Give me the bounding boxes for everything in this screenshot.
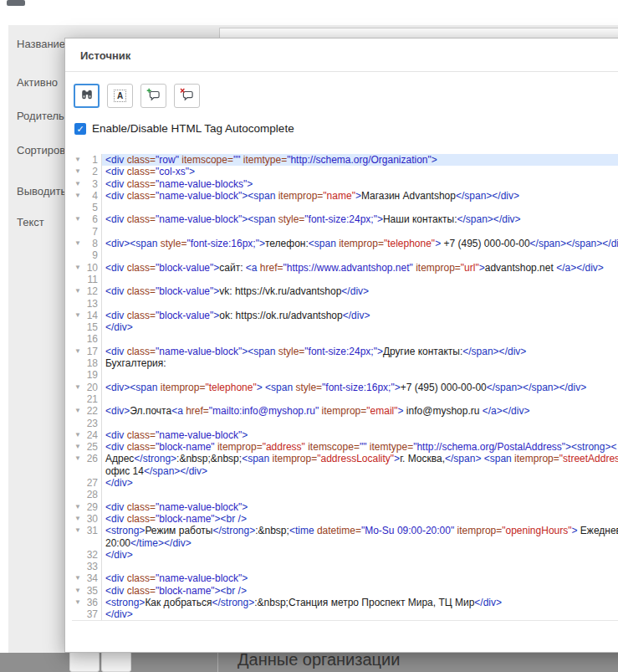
fold-arrow-icon[interactable]: ▼ xyxy=(72,501,84,513)
fold-arrow-icon[interactable]: ▼ xyxy=(72,572,84,584)
source-toolbar: A xyxy=(74,84,618,108)
form-label-name: Название xyxy=(17,38,65,50)
fold-gutter xyxy=(72,537,84,549)
source-dialog: Источник A xyxy=(64,38,618,653)
code-row[interactable]: ▼29<div class="name-value-block"> xyxy=(72,501,618,513)
code-row[interactable]: ▼35<div class="block-name"><br /> xyxy=(72,585,618,597)
fold-gutter xyxy=(72,369,84,381)
code-row[interactable]: офис 14</span></div> xyxy=(72,465,618,477)
code-row[interactable]: ▼26Адрес</strong>:&nbsp;&nbsp;<span item… xyxy=(72,453,618,464)
fold-gutter xyxy=(72,477,84,489)
code-token: </a></div> xyxy=(556,262,604,274)
code-line xyxy=(102,226,618,238)
code-token: </div> xyxy=(105,549,133,561)
code-row[interactable]: ▼4<div class="name-value-block"><span it… xyxy=(72,190,618,202)
code-row[interactable]: ▼14<div class="block-value">ok: https://… xyxy=(72,310,618,321)
code-row[interactable]: 19 xyxy=(72,369,618,381)
code-line: <div class="block-value">ok: https://ok.… xyxy=(102,310,618,321)
code-token: itemprop= xyxy=(161,382,206,393)
code-line: Бухгалтерия: xyxy=(102,357,618,369)
fold-arrow-icon[interactable]: ▼ xyxy=(72,525,84,536)
code-line: </div> xyxy=(102,549,618,561)
fold-arrow-icon[interactable]: ▼ xyxy=(72,154,84,166)
code-row[interactable]: 13 xyxy=(72,298,618,310)
code-row[interactable]: ▼25<div class="block-name" itemprop="add… xyxy=(72,441,618,453)
code-row[interactable]: 28 xyxy=(72,489,618,500)
code-token: itemtype= xyxy=(370,441,413,453)
autocomplete-checkbox[interactable]: ✓ xyxy=(74,123,86,135)
code-token: "http://schema.org/Organization" xyxy=(287,154,432,166)
code-row[interactable]: ▼10<div class="block-value">сайт: <a hre… xyxy=(72,262,618,274)
code-row[interactable]: 9 xyxy=(72,249,618,261)
code-row[interactable]: 16 xyxy=(72,333,618,345)
code-token: </div> xyxy=(105,321,133,333)
fold-arrow-icon[interactable]: ▼ xyxy=(72,262,84,274)
code-row[interactable]: ▼36<strong>Как добраться</strong>:&nbsp;… xyxy=(72,597,618,608)
code-row[interactable]: ▼34<div class="name-value-block"> xyxy=(72,572,618,584)
code-row[interactable]: ▼1<div class="row" itemscope="" itemtype… xyxy=(72,154,618,166)
fold-arrow-icon[interactable]: ▼ xyxy=(72,238,84,249)
code-row[interactable]: 18Бухгалтерия: xyxy=(72,357,618,369)
fold-arrow-icon[interactable]: ▼ xyxy=(72,310,84,321)
code-row[interactable]: 23 xyxy=(72,418,618,429)
code-editor[interactable]: ▼1<div class="row" itemscope="" itemtype… xyxy=(72,154,618,621)
code-row[interactable]: 37</div> xyxy=(72,608,618,620)
code-row[interactable]: ▼22<div>Эл.почта<a href="mailto:info@mys… xyxy=(72,405,618,417)
line-number: 8 xyxy=(84,238,102,249)
code-row[interactable]: 11 xyxy=(72,274,618,285)
background-toolbar-button[interactable] xyxy=(101,651,131,672)
code-row[interactable]: ▼6<div class="name-value-block"><span st… xyxy=(72,213,618,225)
code-token: "name" xyxy=(323,190,355,202)
fold-arrow-icon[interactable]: ▼ xyxy=(72,213,84,225)
code-line: </div> xyxy=(102,321,618,333)
code-token: "name-value-block" xyxy=(156,429,242,441)
fold-arrow-icon[interactable]: ▼ xyxy=(72,585,84,597)
code-token: itemscope= xyxy=(181,154,233,166)
search-button[interactable] xyxy=(74,84,100,108)
fold-arrow-icon[interactable]: ▼ xyxy=(72,405,84,417)
code-row[interactable]: ▼24<div class="name-value-block"> xyxy=(72,429,618,441)
fold-arrow-icon[interactable]: ▼ xyxy=(72,382,84,393)
code-row[interactable]: 7 xyxy=(72,226,618,238)
fold-arrow-icon[interactable]: ▼ xyxy=(72,513,84,525)
line-number xyxy=(84,537,102,549)
code-row[interactable]: 21 xyxy=(72,393,618,405)
code-token: "row" xyxy=(156,154,179,166)
code-token: class= xyxy=(127,429,156,441)
code-row[interactable]: ▼12<div class="block-value">vk: https://… xyxy=(72,285,618,297)
line-number: 9 xyxy=(84,249,102,261)
code-row[interactable]: ▼20<div><span itemprop="telephone"> <spa… xyxy=(72,382,618,393)
code-row[interactable]: 20:00</time></div> xyxy=(72,537,618,549)
remove-protected-tag-button[interactable] xyxy=(174,84,200,108)
code-row[interactable]: 5 xyxy=(72,202,618,213)
bubble-remove-icon xyxy=(180,88,194,105)
fold-arrow-icon[interactable]: ▼ xyxy=(72,441,84,453)
code-row[interactable]: 33 xyxy=(72,561,618,572)
add-protected-tag-button[interactable] xyxy=(140,84,166,108)
code-row[interactable]: ▼17<div class="name-value-block"><span s… xyxy=(72,346,618,357)
fold-arrow-icon[interactable]: ▼ xyxy=(72,285,84,297)
code-row[interactable]: ▼2<div class="col-xs"> xyxy=(72,166,618,177)
line-number: 3 xyxy=(84,178,102,190)
code-row[interactable]: ▼31<strong>Режим работы</strong>:&nbsp;<… xyxy=(72,525,618,536)
fold-arrow-icon[interactable]: ▼ xyxy=(72,346,84,357)
code-row[interactable]: ▼3<div class="name-value-blocks"> xyxy=(72,178,618,190)
fold-arrow-icon[interactable]: ▼ xyxy=(72,178,84,190)
fold-arrow-icon[interactable]: ▼ xyxy=(72,166,84,177)
fold-arrow-icon[interactable]: ▼ xyxy=(72,453,84,464)
code-row[interactable]: 15</div> xyxy=(72,321,618,333)
fold-arrow-icon[interactable]: ▼ xyxy=(72,429,84,441)
fold-arrow-icon[interactable]: ▼ xyxy=(72,597,84,608)
code-row[interactable]: ▼8<div><span style="font-size:16px;">тел… xyxy=(72,238,618,249)
code-line: <div class="block-name"><br /> xyxy=(102,585,618,597)
form-label-parent: Родитель xyxy=(17,110,65,122)
find-replace-button[interactable]: A xyxy=(107,84,133,108)
background-toolbar-button[interactable] xyxy=(69,651,100,672)
code-token: </a></div> xyxy=(483,405,530,417)
code-row[interactable]: 32</div> xyxy=(72,549,618,561)
fold-arrow-icon[interactable]: ▼ xyxy=(72,190,84,202)
form-label-text: Текст xyxy=(17,216,65,228)
code-row[interactable]: ▼30<div class="block-name"><br /> xyxy=(72,513,618,525)
code-row[interactable]: 27</div> xyxy=(72,477,618,489)
code-line: <strong>Как добраться</strong>:&nbsp;Ста… xyxy=(102,597,618,608)
